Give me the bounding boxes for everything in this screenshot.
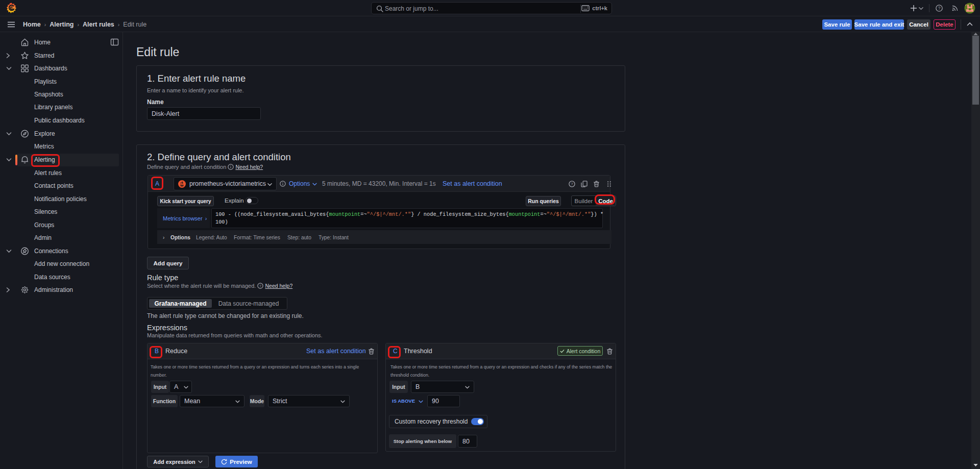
svg-text:?: ? bbox=[938, 6, 941, 11]
svg-text:?: ? bbox=[260, 284, 262, 288]
svg-text:?: ? bbox=[571, 182, 573, 186]
